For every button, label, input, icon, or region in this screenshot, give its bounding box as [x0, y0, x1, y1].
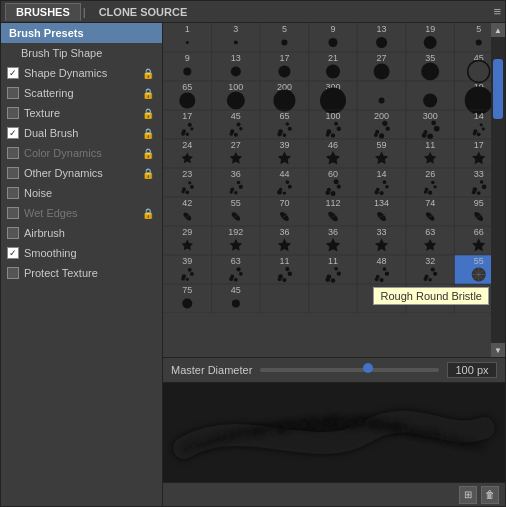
sidebar-item-other-dynamics[interactable]: Other Dynamics 🔒 — [1, 163, 162, 183]
diameter-value[interactable]: 100 px — [447, 362, 497, 378]
diameter-slider[interactable] — [260, 366, 439, 374]
delete-brush-icon[interactable]: 🗑 — [481, 486, 499, 504]
checkbox-shape-dynamics[interactable]: ✓ — [7, 67, 19, 79]
lock-icon-color-dynamics: 🔒 — [142, 148, 154, 159]
sidebar-item-scattering[interactable]: Scattering 🔒 — [1, 83, 162, 103]
checkbox-wet-edges[interactable] — [7, 207, 19, 219]
diameter-slider-track — [260, 368, 439, 372]
brush-grid-container: Rough Round Bristle ▲ ▼ — [163, 23, 505, 357]
checkbox-color-dynamics[interactable] — [7, 147, 19, 159]
sidebar-label-other-dynamics: Other Dynamics — [24, 167, 139, 179]
tab-divider: | — [83, 6, 86, 18]
lock-icon-dual-brush: 🔒 — [142, 128, 154, 139]
sidebar-item-smoothing[interactable]: ✓ Smoothing — [1, 243, 162, 263]
sidebar-label-airbrush: Airbrush — [24, 227, 154, 239]
sidebar-label-protect-texture: Protect Texture — [24, 267, 154, 279]
sidebar-label-texture: Texture — [24, 107, 139, 119]
new-brush-icon[interactable]: ⊞ — [459, 486, 477, 504]
grid-scrollbar: ▲ ▼ — [491, 23, 505, 357]
diameter-section: Master Diameter 100 px — [163, 357, 505, 382]
checkbox-texture[interactable] — [7, 107, 19, 119]
sidebar-label-dual-brush: Dual Brush — [24, 127, 139, 139]
sidebar: Brush Presets Brush Tip Shape ✓ Shape Dy… — [1, 23, 163, 506]
panel-tabs: BRUSHES | CLONE SOURCE ≡ — [1, 1, 505, 23]
lock-icon-scattering: 🔒 — [142, 88, 154, 99]
sidebar-item-noise[interactable]: Noise — [1, 183, 162, 203]
diameter-label: Master Diameter — [171, 364, 252, 376]
bottom-bar: ⊞ 🗑 — [163, 482, 505, 506]
checkbox-dual-brush[interactable]: ✓ — [7, 127, 19, 139]
checkbox-noise[interactable] — [7, 187, 19, 199]
brushes-panel: BRUSHES | CLONE SOURCE ≡ Brush Presets B… — [0, 0, 506, 507]
sidebar-section-title[interactable]: Brush Presets — [1, 23, 162, 43]
lock-icon-wet-edges: 🔒 — [142, 208, 154, 219]
checkbox-airbrush[interactable] — [7, 227, 19, 239]
sidebar-item-color-dynamics[interactable]: Color Dynamics 🔒 — [1, 143, 162, 163]
sidebar-label-color-dynamics: Color Dynamics — [24, 147, 139, 159]
main-area: Rough Round Bristle ▲ ▼ Master Diameter — [163, 23, 505, 506]
checkbox-other-dynamics[interactable] — [7, 167, 19, 179]
scrollbar-up[interactable]: ▲ — [491, 23, 505, 37]
tab-brushes[interactable]: BRUSHES — [5, 3, 81, 21]
sidebar-label-noise: Noise — [24, 187, 154, 199]
panel-options-icon[interactable]: ≡ — [493, 4, 501, 19]
sidebar-label-scattering: Scattering — [24, 87, 139, 99]
sidebar-item-airbrush[interactable]: Airbrush — [1, 223, 162, 243]
sidebar-item-wet-edges[interactable]: Wet Edges 🔒 — [1, 203, 162, 223]
scrollbar-down[interactable]: ▼ — [491, 343, 505, 357]
tab-clone-source[interactable]: CLONE SOURCE — [88, 3, 199, 21]
checkbox-scattering[interactable] — [7, 87, 19, 99]
sidebar-item-shape-dynamics[interactable]: ✓ Shape Dynamics 🔒 — [1, 63, 162, 83]
sidebar-item-brush-tip-shape[interactable]: Brush Tip Shape — [1, 43, 162, 63]
sidebar-label-brush-tip-shape: Brush Tip Shape — [21, 47, 154, 59]
checkbox-smoothing[interactable]: ✓ — [7, 247, 19, 259]
sidebar-item-protect-texture[interactable]: Protect Texture — [1, 263, 162, 283]
sidebar-label-smoothing: Smoothing — [24, 247, 154, 259]
brush-tooltip: Rough Round Bristle — [373, 287, 489, 305]
checkbox-protect-texture[interactable] — [7, 267, 19, 279]
diameter-slider-thumb[interactable] — [363, 363, 373, 373]
panel-content: Brush Presets Brush Tip Shape ✓ Shape Dy… — [1, 23, 505, 506]
lock-icon-shape-dynamics: 🔒 — [142, 68, 154, 79]
sidebar-label-wet-edges: Wet Edges — [24, 207, 139, 219]
sidebar-item-dual-brush[interactable]: ✓ Dual Brush 🔒 — [1, 123, 162, 143]
lock-icon-texture: 🔒 — [142, 108, 154, 119]
sidebar-label-shape-dynamics: Shape Dynamics — [24, 67, 139, 79]
brush-preview-area — [163, 382, 505, 482]
scrollbar-track[interactable] — [493, 39, 503, 341]
lock-icon-other-dynamics: 🔒 — [142, 168, 154, 179]
sidebar-item-texture[interactable]: Texture 🔒 — [1, 103, 162, 123]
scrollbar-thumb[interactable] — [493, 59, 503, 119]
